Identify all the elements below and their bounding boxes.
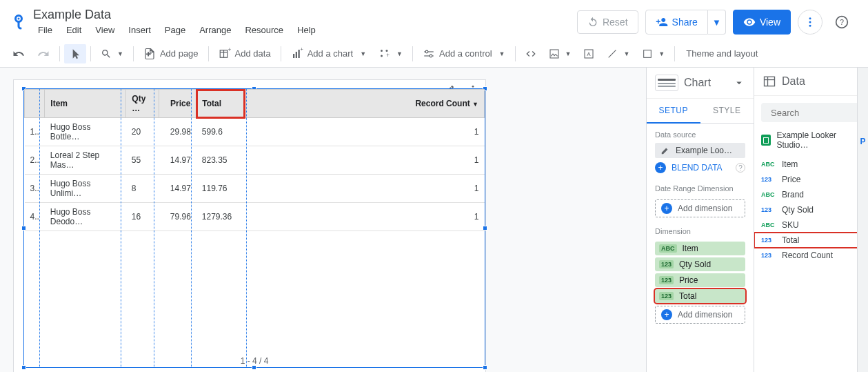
- canvas[interactable]: Item Qty … Price Total Record Count ▼ 1.…: [0, 68, 646, 372]
- menu-view[interactable]: View: [90, 23, 119, 37]
- blend-data-button[interactable]: + BLEND DATA ?: [647, 158, 754, 177]
- field-item[interactable]: 123Record Count: [754, 248, 868, 263]
- data-icon: [763, 75, 776, 88]
- pencil-icon: [660, 146, 670, 155]
- svg-rect-14: [298, 50, 299, 58]
- person-add-icon: [656, 16, 668, 28]
- table-row[interactable]: 3..Hugo Boss Unlimi…814.97119.761: [25, 175, 485, 203]
- dimension-label: Dimension: [647, 220, 754, 239]
- search-field[interactable]: [761, 103, 861, 122]
- blend-help-icon[interactable]: ?: [736, 163, 745, 173]
- chart-selection[interactable]: Item Qty … Price Total Record Count ▼ 1.…: [23, 88, 485, 368]
- image-button[interactable]: ▼: [543, 44, 577, 63]
- share-dropdown[interactable]: ▼: [708, 10, 726, 35]
- shape-button[interactable]: ▼: [636, 44, 670, 63]
- field-item[interactable]: ABCBrand: [754, 187, 868, 202]
- svg-point-4: [809, 25, 811, 27]
- menu-resource[interactable]: Resource: [240, 23, 288, 37]
- table-paging: 1 - 4 / 4: [241, 356, 269, 366]
- redo-button[interactable]: [32, 43, 55, 64]
- tab-style[interactable]: STYLE: [700, 99, 754, 123]
- dimension-chip[interactable]: 123Price: [655, 273, 745, 287]
- zoom-tool[interactable]: ▼: [95, 44, 129, 63]
- more-vert-icon: [804, 16, 816, 28]
- svg-rect-12: [293, 54, 294, 58]
- more-options-button[interactable]: [798, 10, 822, 35]
- embed-button[interactable]: [520, 44, 542, 63]
- field-item[interactable]: ABCSKU: [754, 217, 868, 233]
- menu-page[interactable]: Page: [160, 23, 190, 37]
- table-row[interactable]: 4..Hugo Boss Deodo…1679.961279.361: [25, 203, 485, 231]
- view-button[interactable]: View: [733, 10, 791, 35]
- svg-rect-13: [295, 52, 296, 58]
- svg-text:+: +: [148, 51, 152, 57]
- field-item[interactable]: 123Qty Sold: [754, 202, 868, 217]
- select-tool[interactable]: [64, 44, 86, 63]
- svg-rect-32: [765, 77, 775, 86]
- field-item[interactable]: 123Total: [754, 233, 868, 248]
- svg-line-27: [609, 50, 616, 57]
- field-item[interactable]: 123Price: [754, 172, 868, 187]
- theme-layout-button[interactable]: Theme and layout: [686, 48, 758, 59]
- svg-text:?: ?: [840, 18, 844, 26]
- help-button[interactable]: ?: [829, 10, 854, 35]
- help-icon: ?: [835, 15, 849, 29]
- app-logo[interactable]: [7, 10, 30, 34]
- field-item[interactable]: ABCItem: [754, 157, 868, 172]
- menu-arrange[interactable]: Arrange: [194, 23, 236, 37]
- chart-panel: Chart SETUP STYLE Data source Example Lo…: [646, 68, 754, 372]
- doc-title[interactable]: Example Data: [33, 8, 577, 22]
- dimension-chip[interactable]: ABCItem: [655, 242, 745, 255]
- add-control-button[interactable]: Add a control▼: [417, 43, 511, 64]
- svg-text:+: +: [386, 52, 390, 59]
- dimension-chip[interactable]: 123Total: [655, 289, 745, 303]
- svg-point-16: [381, 50, 383, 52]
- data-panel: Data Example Looker Studio… ABCItem123Pr…: [754, 68, 868, 372]
- add-dimension-button[interactable]: +Add dimension: [655, 306, 745, 324]
- col-total[interactable]: Total: [196, 90, 245, 118]
- chevron-down-icon[interactable]: [733, 77, 745, 89]
- svg-point-17: [386, 50, 388, 52]
- control-icon: [423, 48, 435, 60]
- undo-icon: [587, 17, 598, 28]
- table-chart-icon[interactable]: [655, 75, 678, 91]
- search-input[interactable]: [771, 108, 868, 118]
- add-date-dimension[interactable]: +Add dimension: [655, 199, 745, 217]
- menu-help[interactable]: Help: [292, 23, 321, 37]
- add-data-button[interactable]: + Add data: [213, 43, 276, 64]
- menu-insert[interactable]: Insert: [123, 23, 156, 37]
- svg-point-22: [425, 50, 428, 53]
- community-viz-button[interactable]: +▼: [373, 43, 408, 64]
- add-data-icon: +: [219, 48, 231, 60]
- dimension-chip[interactable]: 123Qty Sold: [655, 257, 745, 271]
- menu-edit[interactable]: Edit: [61, 23, 86, 37]
- col-record-count[interactable]: Record Count ▼: [245, 90, 485, 118]
- add-chart-button[interactable]: + Add a chart▼: [285, 43, 372, 64]
- date-range-label: Date Range Dimension: [647, 177, 754, 197]
- chart-icon: +: [291, 48, 303, 60]
- svg-point-23: [430, 55, 432, 57]
- properties-sidebar-tab[interactable]: P: [857, 68, 868, 372]
- svg-text:+: +: [228, 48, 231, 53]
- share-button[interactable]: Share: [645, 10, 708, 35]
- data-table: Item Qty … Price Total Record Count ▼ 1.…: [24, 89, 485, 231]
- text-button[interactable]: A: [578, 44, 600, 63]
- add-page-button[interactable]: + Add page: [138, 43, 204, 64]
- svg-point-29: [472, 86, 474, 88]
- menu-file[interactable]: File: [33, 23, 57, 37]
- add-page-icon: +: [143, 48, 156, 60]
- col-item[interactable]: Item: [45, 90, 126, 118]
- reset-button[interactable]: Reset: [577, 10, 638, 34]
- data-source-chip[interactable]: Example Loo…: [655, 143, 745, 158]
- table-row[interactable]: 1..Hugo Boss Bottle…2029.98599.61: [25, 118, 485, 146]
- data-source-name[interactable]: Example Looker Studio…: [754, 129, 868, 157]
- svg-rect-24: [550, 50, 558, 58]
- svg-point-3: [809, 21, 811, 23]
- table-row[interactable]: 2..Loreal 2 Step Mas…5514.97823.351: [25, 146, 485, 175]
- tab-setup[interactable]: SETUP: [647, 99, 700, 124]
- svg-rect-28: [644, 50, 652, 57]
- svg-text:A: A: [587, 50, 592, 57]
- undo-button[interactable]: [7, 43, 30, 64]
- line-button[interactable]: ▼: [601, 44, 635, 63]
- eye-icon: [743, 16, 756, 28]
